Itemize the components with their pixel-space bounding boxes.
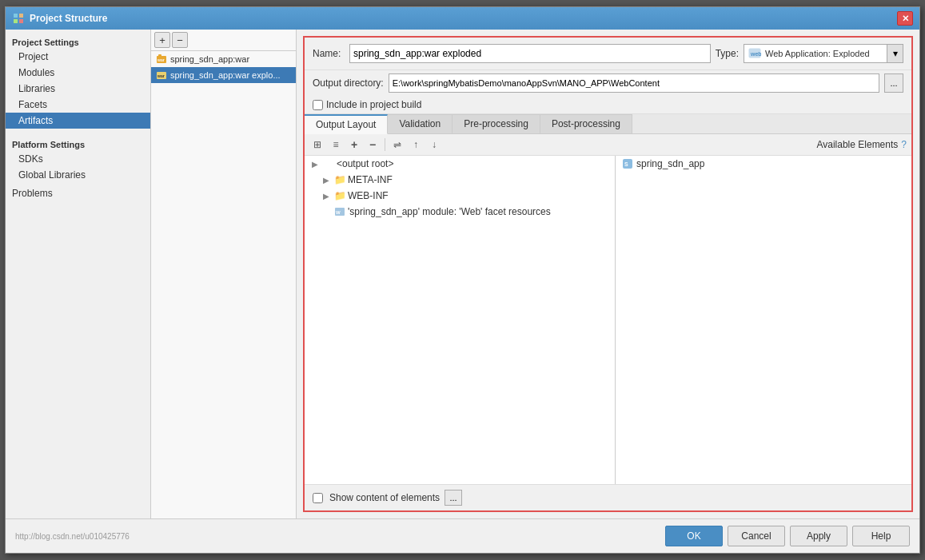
layout-btn-up[interactable]: ↑ [408, 137, 424, 153]
tabs-bar: Output Layout Validation Pre-processing … [305, 114, 911, 134]
artifact-list-panel: + − war spring_sdn_app:war [151, 30, 297, 518]
output-root-icon [323, 158, 334, 169]
artifacts-label: Artifacts [18, 115, 53, 126]
spring-sdn-app-icon: S [622, 158, 633, 169]
output-dir-input[interactable] [389, 73, 879, 93]
sidebar-item-sdks[interactable]: SDKs [6, 151, 150, 167]
include-in-build-checkbox[interactable] [313, 100, 323, 110]
meta-inf-folder-icon: 📁 [334, 174, 345, 185]
type-select-text: Web Application: Exploded [765, 49, 887, 58]
help-button[interactable]: Help [852, 526, 910, 546]
svg-rect-0 [14, 14, 18, 18]
output-dir-browse-button[interactable]: ... [884, 73, 903, 93]
project-settings-label: Project Settings [6, 33, 150, 49]
titlebar: Project Structure ✕ [6, 7, 919, 30]
layout-btn-remove[interactable]: − [365, 137, 381, 153]
cancel-button[interactable]: Cancel [728, 526, 785, 546]
svg-text:W: W [336, 210, 341, 215]
name-label: Name: [313, 48, 345, 59]
tab-validation[interactable]: Validation [388, 114, 453, 133]
libraries-label: Libraries [18, 83, 55, 94]
available-panel: S spring_sdn_app [616, 156, 911, 484]
tree-panel: ▶ <output root> ▶ 📁 META-INF [305, 156, 616, 484]
web-inf-text: WEB-INF [348, 190, 389, 201]
svg-rect-2 [14, 19, 18, 23]
sidebar-item-global-libraries[interactable]: Global Libraries [6, 167, 150, 183]
main-panel: + − war spring_sdn_app:war [151, 30, 919, 518]
show-content-checkbox[interactable] [313, 493, 323, 503]
layout-btn-list[interactable]: ≡ [328, 137, 344, 153]
include-in-build-label: Include in project build [326, 99, 421, 110]
web-app-icon: web [747, 46, 763, 62]
tree-item-meta-inf[interactable]: ▶ 📁 META-INF [305, 172, 615, 188]
artifact-war-item[interactable]: war spring_sdn_app:war [151, 51, 296, 67]
project-structure-dialog: Project Structure ✕ Project Settings Pro… [5, 6, 920, 554]
dialog-body: Project Settings Project Modules Librari… [6, 30, 919, 518]
web-inf-folder-icon: 📁 [334, 190, 345, 201]
svg-rect-3 [19, 19, 23, 23]
platform-settings-label: Platform Settings [6, 135, 150, 151]
layout-btn-grid[interactable]: ⊞ [309, 137, 325, 153]
global-libraries-label: Global Libraries [18, 169, 86, 181]
svg-text:S: S [624, 161, 628, 167]
output-root-arrow: ▶ [309, 158, 321, 169]
footer: http://blog.csdn.net/u010425776 OK Cance… [6, 518, 919, 553]
project-label: Project [18, 51, 48, 62]
sidebar-item-problems[interactable]: Problems [6, 183, 150, 201]
type-label: Type: [716, 48, 739, 59]
show-content-label: Show content of elements [329, 492, 440, 503]
artifact-war-exploded-item[interactable]: war spring_sdn_app:war explo... [151, 67, 296, 83]
tab-post-processing[interactable]: Post-processing [540, 114, 632, 133]
svg-text:web: web [750, 51, 761, 57]
war-exploded-icon: war [156, 70, 167, 81]
output-dir-row: Output directory: ... [305, 70, 911, 96]
remove-artifact-button[interactable]: − [172, 32, 188, 48]
name-row: Name: Type: web Web Applica [305, 38, 911, 70]
watermark: http://blog.csdn.net/u010425776 [15, 532, 130, 541]
available-help-icon[interactable]: ? [901, 139, 907, 150]
sidebar-item-facets[interactable]: Facets [6, 97, 150, 113]
close-button[interactable]: ✕ [897, 11, 913, 26]
add-artifact-button[interactable]: + [154, 32, 170, 48]
bottom-row: Show content of elements ... [305, 484, 911, 510]
type-dropdown-button[interactable]: ▾ [887, 45, 903, 62]
tree-item-web-inf[interactable]: ▶ 📁 WEB-INF [305, 188, 615, 204]
war-item-label: spring_sdn_app:war [170, 54, 249, 64]
sdks-label: SDKs [18, 153, 43, 165]
sidebar-item-project[interactable]: Project [6, 49, 150, 65]
modules-label: Modules [18, 67, 54, 78]
available-elements-label: Available Elements [816, 139, 898, 150]
tab-pre-processing[interactable]: Pre-processing [453, 114, 540, 133]
titlebar-icon [12, 12, 25, 25]
include-row: Include in project build [305, 96, 911, 114]
right-panel: Name: Type: web Web Applica [303, 36, 913, 512]
tree-item-output-root[interactable]: ▶ <output root> [305, 156, 615, 172]
layout-btn-add[interactable]: + [346, 137, 362, 153]
layout-btn-reorder[interactable]: ⇌ [389, 137, 405, 153]
show-content-options-button[interactable]: ... [445, 490, 462, 506]
artifact-toolbar: + − [151, 30, 296, 51]
meta-inf-arrow: ▶ [321, 174, 332, 185]
web-facet-text: 'spring_sdn_app' module: 'Web' facet res… [348, 206, 551, 217]
output-root-text: <output root> [337, 158, 393, 169]
tab-output-layout[interactable]: Output Layout [305, 114, 388, 134]
svg-text:war: war [157, 73, 165, 78]
available-elements-header: Available Elements ? [445, 139, 907, 150]
sidebar-item-libraries[interactable]: Libraries [6, 81, 150, 97]
spring-sdn-app-label: spring_sdn_app [636, 158, 704, 169]
apply-button[interactable]: Apply [790, 526, 847, 546]
svg-text:war: war [157, 58, 165, 62]
tree-item-web-facet[interactable]: ▶ W 'spring_sdn_app' module: 'Web' facet… [305, 204, 615, 220]
name-input[interactable] [349, 44, 711, 63]
war-exploded-item-label: spring_sdn_app:war explo... [170, 70, 281, 80]
sidebar-item-artifacts[interactable]: Artifacts [6, 113, 150, 129]
ok-button[interactable]: OK [665, 526, 723, 546]
sidebar-item-modules[interactable]: Modules [6, 65, 150, 81]
type-select[interactable]: web Web Application: Exploded ▾ [744, 44, 903, 63]
facets-label: Facets [18, 99, 47, 110]
problems-label: Problems [12, 188, 53, 199]
war-icon: war [156, 54, 167, 65]
web-inf-arrow: ▶ [321, 190, 332, 201]
layout-btn-down[interactable]: ↓ [426, 137, 442, 153]
available-item-spring-sdn-app[interactable]: S spring_sdn_app [616, 156, 911, 172]
